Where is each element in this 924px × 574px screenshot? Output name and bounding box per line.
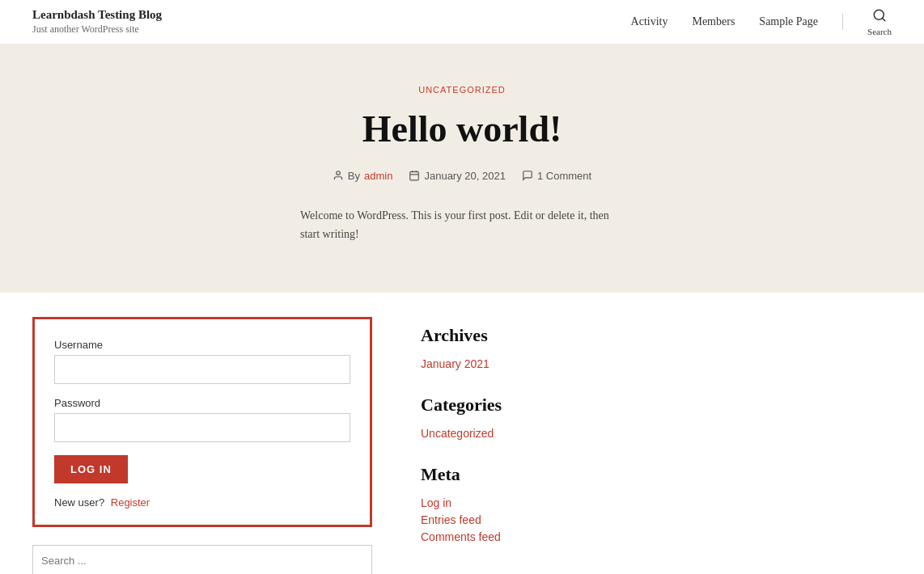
site-header: Learnbdash Testing Blog Just another Wor… xyxy=(0,0,924,44)
username-label: Username xyxy=(54,339,350,351)
svg-point-2 xyxy=(337,171,341,175)
post-title: Hello world! xyxy=(16,109,908,150)
comment-icon xyxy=(522,170,533,181)
search-widget: SEARCH xyxy=(32,545,372,574)
nav-item-members[interactable]: Members xyxy=(692,15,735,28)
search-icon-label: Search xyxy=(867,27,892,36)
post-date: January 20, 2021 xyxy=(424,170,505,182)
site-branding: Learnbdash Testing Blog Just another Wor… xyxy=(32,8,162,36)
password-input[interactable] xyxy=(54,413,350,442)
meta-entries-feed[interactable]: Entries feed xyxy=(421,513,858,526)
post-date-meta: January 20, 2021 xyxy=(409,170,505,182)
password-label: Password xyxy=(54,397,350,409)
meta-comments-feed[interactable]: Comments feed xyxy=(421,530,858,543)
password-group: Password xyxy=(54,397,350,442)
nav-menu: Activity Members Sample Page Search xyxy=(631,8,892,36)
site-tagline: Just another WordPress site xyxy=(32,23,162,36)
author-prefix: By xyxy=(348,170,360,182)
post-author-meta: By admin xyxy=(333,170,393,182)
main-area: Username Password LOG IN New user? Regis… xyxy=(0,293,890,574)
author-name[interactable]: admin xyxy=(364,170,392,182)
meta-log-in[interactable]: Log in xyxy=(421,496,858,509)
archives-section: Archives January 2021 xyxy=(421,325,858,370)
post-meta: By admin January 20, 2021 1 Comment xyxy=(16,170,908,182)
username-input[interactable] xyxy=(54,355,350,384)
register-link[interactable]: Register xyxy=(111,496,150,509)
svg-line-1 xyxy=(883,18,885,20)
nav-divider xyxy=(842,14,843,30)
category-uncategorized[interactable]: Uncategorized xyxy=(421,427,858,440)
post-content: Welcome to WordPress. This is your first… xyxy=(300,206,624,245)
nav-item-activity[interactable]: Activity xyxy=(631,15,668,28)
post-comments[interactable]: 1 Comment xyxy=(537,170,591,182)
search-icon xyxy=(872,8,887,26)
login-button[interactable]: LOG IN xyxy=(54,455,128,483)
login-box: Username Password LOG IN New user? Regis… xyxy=(32,317,372,527)
nav-item-sample-page[interactable]: Sample Page xyxy=(759,15,818,28)
username-group: Username xyxy=(54,339,350,384)
search-icon-button[interactable]: Search xyxy=(867,8,892,36)
svg-rect-3 xyxy=(410,171,419,180)
left-column: Username Password LOG IN New user? Regis… xyxy=(32,317,372,574)
archive-jan-2021[interactable]: January 2021 xyxy=(421,357,858,370)
categories-section: Categories Uncategorized xyxy=(421,395,858,440)
search-input[interactable] xyxy=(32,545,372,574)
post-category[interactable]: UNCATEGORIZED xyxy=(16,85,908,95)
meta-section: Meta Log in Entries feed Comments feed xyxy=(421,464,858,543)
author-icon xyxy=(333,170,344,181)
site-title[interactable]: Learnbdash Testing Blog xyxy=(32,8,162,22)
meta-title: Meta xyxy=(421,464,858,485)
calendar-icon xyxy=(409,170,420,181)
categories-title: Categories xyxy=(421,395,858,416)
new-user-line: New user? Register xyxy=(54,496,350,509)
archives-title: Archives xyxy=(421,325,858,346)
post-comments-meta: 1 Comment xyxy=(522,170,591,182)
hero-section: UNCATEGORIZED Hello world! By admin Janu… xyxy=(0,44,924,293)
right-sidebar: Archives January 2021 Categories Uncateg… xyxy=(421,317,858,574)
new-user-text: New user? xyxy=(54,496,104,509)
